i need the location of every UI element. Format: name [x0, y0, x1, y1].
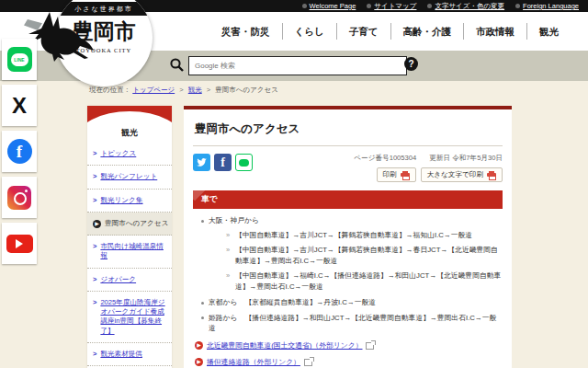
- chevron-right-icon: >: [93, 196, 96, 205]
- external-link-label: 播但連絡道路（外部リンク）: [207, 357, 300, 367]
- share-icons: f: [193, 154, 253, 171]
- sidebar-header: 観光: [87, 106, 172, 143]
- chevron-right-icon: >: [93, 242, 96, 251]
- sitemap-link[interactable]: サイトマップ: [367, 2, 416, 11]
- foreign-language-link[interactable]: Foreign Language: [515, 2, 579, 10]
- x-button[interactable]: X: [2, 85, 37, 126]
- nav-living[interactable]: くらし: [282, 23, 336, 40]
- breadcrumb-current: 豊岡市へのアクセス: [215, 86, 278, 94]
- breadcrumb-tourism-link[interactable]: 観光: [188, 86, 202, 94]
- top-utility-links: Welcome Page サイトマップ 文字サイズ・色の変更 Foreign L…: [302, 0, 579, 12]
- sidebar-item-geopark[interactable]: > ジオパーク: [87, 269, 172, 292]
- print-large-button-label: 大きな文字で印刷: [427, 170, 483, 179]
- breadcrumb-prefix: 現在の位置：: [89, 86, 130, 94]
- page-title: 豊岡市へのアクセス: [195, 121, 503, 137]
- sidebar-item-label: 観光素材提供: [100, 350, 142, 359]
- route-text: 【京都縦貫自動車道】→丹波I.C→一般道: [245, 298, 377, 306]
- external-link-expressway[interactable]: ▶ 北近畿豊岡自動車道(国土交通省)（外部リンク）: [195, 340, 503, 351]
- instagram-icon: [7, 186, 31, 210]
- facebook-icon: f: [7, 139, 32, 164]
- print-buttons: 印刷 大きな文字で印刷: [377, 167, 503, 182]
- nav-childcare[interactable]: 子育て: [336, 23, 390, 40]
- route-item: 【中国自動車道】→吉川JCT→【舞鶴若狭自動車道】→福知山I.C→一般道: [226, 230, 503, 241]
- route-group-label: 姫路から: [209, 314, 238, 322]
- updated-date: 更新日 令和7年5月30日: [429, 154, 503, 163]
- section-header-car: 車で: [193, 190, 503, 209]
- youtube-icon: [6, 235, 33, 253]
- chevron-right-icon: >: [93, 172, 96, 181]
- breadcrumb-separator: >: [207, 86, 210, 94]
- external-link-label: 北近畿豊岡自動車道(国土交通省)（外部リンク）: [207, 340, 362, 351]
- help-icon[interactable]: ?: [404, 57, 418, 71]
- nav-city-info[interactable]: 市政情報: [463, 23, 526, 40]
- line-icon: LINE: [7, 47, 32, 72]
- sidebar-item-access-current[interactable]: ▶ 豊岡市へのアクセス: [87, 213, 172, 236]
- instagram-button[interactable]: [2, 177, 37, 218]
- text-size-color-label: 文字サイズ・色の変更: [435, 2, 504, 11]
- sitemap-label: サイトマップ: [374, 2, 416, 11]
- printer-icon: [401, 171, 410, 178]
- search-icon[interactable]: [169, 57, 185, 73]
- nav-senior-care[interactable]: 高齢・介護: [390, 23, 464, 40]
- welcome-page-link[interactable]: Welcome Page: [302, 2, 356, 10]
- chevron-right-icon: >: [93, 298, 96, 307]
- x-icon: X: [12, 95, 27, 117]
- sidebar-item-label: 豊岡市へのアクセス: [105, 219, 168, 228]
- bullet-icon: [427, 4, 432, 8]
- tourism-sidebar: 観光 > トピックス > 観光パンフレット > 観光リンク集 ▶ 豊岡市へのアク…: [87, 106, 172, 368]
- logo-romaji: TOYOOKA CITY: [55, 47, 153, 53]
- sidebar-item-label: 観光パンフレット: [100, 172, 157, 181]
- welcome-page-label: Welcome Page: [310, 2, 356, 10]
- main-nav: 災害・防災 くらし 子育て 高齢・介護 市政情報 観光: [209, 12, 571, 51]
- chevron-right-icon: >: [93, 275, 96, 284]
- route-group-himeji: 姫路から【播但連絡道路】→和田山JCT→【北近畿豊岡自動車道】→豊岡出石I.C→…: [200, 313, 503, 334]
- external-window-icon: [304, 359, 312, 366]
- route-group-label: 京都から: [209, 298, 238, 306]
- route-item: 【中国自動車道】→福崎I.C→【播但連絡道路】→和田山JCT→【北近畿豊岡自動車…: [226, 270, 503, 293]
- line-button[interactable]: LINE: [2, 39, 37, 80]
- bullet-icon: [302, 4, 307, 8]
- sidebar-item-kinosaki-onsen[interactable]: > 市民向け城崎温泉情報: [87, 236, 172, 269]
- route-text: 【播但連絡道路】→和田山JCT→【北近畿豊岡自動車道】→豊岡出石I.C→一般道: [209, 314, 496, 333]
- sidebar-item-pamphlet[interactable]: > 観光パンフレット: [87, 166, 172, 189]
- sidebar-item-label: 2025年度山陰海岸ジオパークガイド養成講座in豊岡【募集終了】: [100, 298, 169, 336]
- print-button[interactable]: 印刷: [377, 167, 416, 182]
- nav-disaster[interactable]: 災害・防災: [209, 23, 282, 40]
- page-meta: ページ番号1005304 更新日 令和7年5月30日 印刷 大きな文字で印刷: [354, 154, 503, 182]
- route-group-osaka-kobe: 大阪・神戸から: [200, 215, 503, 226]
- print-large-button[interactable]: 大きな文字で印刷: [421, 167, 503, 182]
- sidebar-item-label: トピックス: [100, 149, 136, 158]
- sidebar-item-label: ジオパーク: [100, 275, 136, 284]
- printer-icon: [487, 171, 496, 178]
- circle-arrow-icon: ▶: [195, 358, 203, 366]
- line-icon: [239, 159, 249, 167]
- bullet-icon: [367, 4, 371, 8]
- circle-arrow-icon: ▶: [195, 341, 203, 350]
- twitter-share-button[interactable]: [193, 154, 210, 171]
- external-link-bantan-road[interactable]: ▶ 播但連絡道路（外部リンク）: [195, 357, 503, 367]
- foreign-language-label: Foreign Language: [523, 2, 579, 10]
- nav-tourism[interactable]: 観光: [526, 23, 571, 40]
- facebook-share-button[interactable]: f: [214, 154, 232, 171]
- twitter-icon: [196, 156, 208, 168]
- youtube-button[interactable]: [2, 223, 37, 264]
- external-window-icon: [366, 342, 374, 350]
- route-group-kyoto: 京都から【京都縦貫自動車道】→丹波I.C→一般道: [200, 297, 503, 308]
- chevron-right-icon: >: [93, 149, 96, 158]
- print-button-label: 印刷: [383, 170, 397, 179]
- route-item: 【中国自動車道】→吉川JCT→【舞鶴若狭自動車道】→春日JCT→【北近畿豊岡自動…: [226, 245, 503, 267]
- breadcrumb-home-link[interactable]: トップページ: [132, 86, 175, 94]
- line-share-button[interactable]: [235, 154, 253, 171]
- sidebar-item-materials[interactable]: > 観光素材提供: [87, 343, 172, 366]
- sidebar-item-topics[interactable]: > トピックス: [87, 143, 172, 166]
- logo-tagline: 小さな世界都市: [55, 2, 153, 16]
- main-content: 豊岡市へのアクセス f ページ番号1005304 更新日 令和7年5月30日 印…: [184, 106, 512, 368]
- search-input[interactable]: [188, 56, 407, 75]
- page-number: ページ番号1005304: [354, 154, 416, 163]
- text-size-color-link[interactable]: 文字サイズ・色の変更: [427, 2, 504, 11]
- sidebar-item-links[interactable]: > 観光リンク集: [87, 190, 172, 213]
- share-meta-row: f ページ番号1005304 更新日 令和7年5月30日 印刷 大きな文字で印刷: [193, 154, 503, 182]
- facebook-button[interactable]: f: [2, 131, 37, 172]
- chevron-right-icon: >: [93, 350, 96, 359]
- sidebar-item-geopark-course[interactable]: > 2025年度山陰海岸ジオパークガイド養成講座in豊岡【募集終了】: [87, 292, 172, 343]
